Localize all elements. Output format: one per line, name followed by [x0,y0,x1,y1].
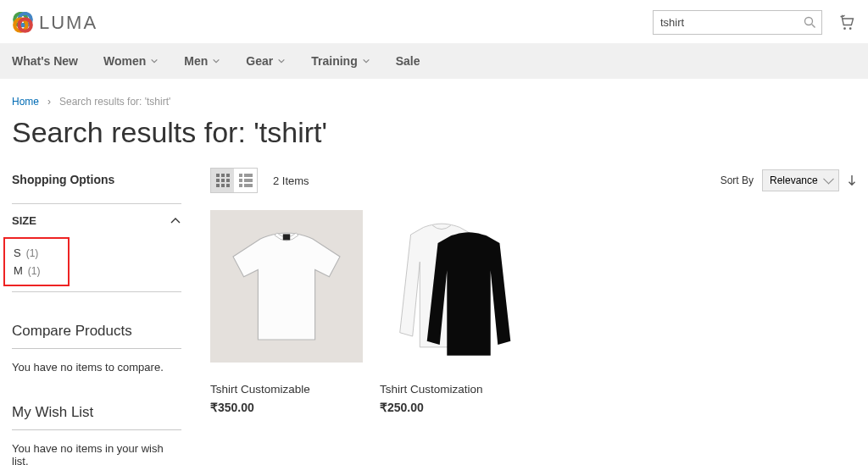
breadcrumbs: Home › Search results for: 'tshirt' [0,79,868,108]
nav-men[interactable]: Men [184,43,220,79]
logo-icon [12,12,34,34]
items-count: 2 Items [273,174,309,187]
chevron-down-icon [362,57,370,65]
product-name: Tshirt Customization [380,363,532,396]
svg-point-6 [843,27,846,30]
view-mode-list[interactable] [234,169,257,192]
svg-rect-8 [283,234,290,240]
cart-icon[interactable] [837,14,856,31]
product-price: ₹350.00 [210,396,363,414]
nav-gear[interactable]: Gear [246,43,286,79]
product-name: Tshirt Customizable [210,363,363,396]
view-modes [210,168,258,193]
nav-women[interactable]: Women [103,43,159,79]
size-option-s[interactable]: S (1) [14,244,59,262]
filter-size-header[interactable]: SIZE [12,204,181,237]
brand-name: LUMA [39,12,97,34]
breadcrumb-current: Search results for: 'tshirt' [59,96,170,108]
product-image [210,210,363,363]
page-title: Search results for: 'tshirt' [0,108,868,168]
nav-sale[interactable]: Sale [396,43,420,79]
svg-point-4 [805,18,813,25]
search-input[interactable] [653,10,822,35]
sort-direction-icon[interactable] [848,174,856,186]
nav-whats-new[interactable]: What's New [12,43,78,79]
chevron-down-icon [212,57,220,65]
shopping-options-title: Shopping Options [12,168,181,203]
chevron-right-icon: › [47,96,51,108]
svg-point-7 [849,27,852,30]
search-box [653,10,822,35]
sort-by-label: Sort By [721,174,754,186]
wishlist-block: My Wish List You have no items in your w… [12,404,181,465]
product-image [380,210,532,363]
sidebar: Shopping Options SIZE S (1) M (1) Compar… [12,168,181,465]
svg-line-5 [812,25,815,28]
product-price: ₹250.00 [380,396,532,414]
product-card[interactable]: Tshirt Customizable ₹350.00 [210,210,363,414]
chevron-up-icon [170,215,181,227]
main-nav: What's New Women Men Gear Training Sale [0,43,868,79]
product-grid: Tshirt Customizable ₹350.00 Tshi [210,210,856,414]
sort-select[interactable]: Relevance [762,169,839,191]
size-option-m[interactable]: M (1) [14,262,59,280]
breadcrumb-home[interactable]: Home [12,96,39,108]
chevron-down-icon [150,57,159,65]
brand-logo[interactable]: LUMA [12,12,97,34]
chevron-down-icon [277,57,286,65]
view-mode-grid[interactable] [211,169,234,192]
search-icon[interactable] [804,16,816,29]
nav-training[interactable]: Training [311,43,370,79]
main-content: 2 Items Sort By Relevance [210,168,856,465]
compare-products-block: Compare Products You have no items to co… [12,323,181,374]
product-card[interactable]: Tshirt Customization ₹250.00 [380,210,532,414]
